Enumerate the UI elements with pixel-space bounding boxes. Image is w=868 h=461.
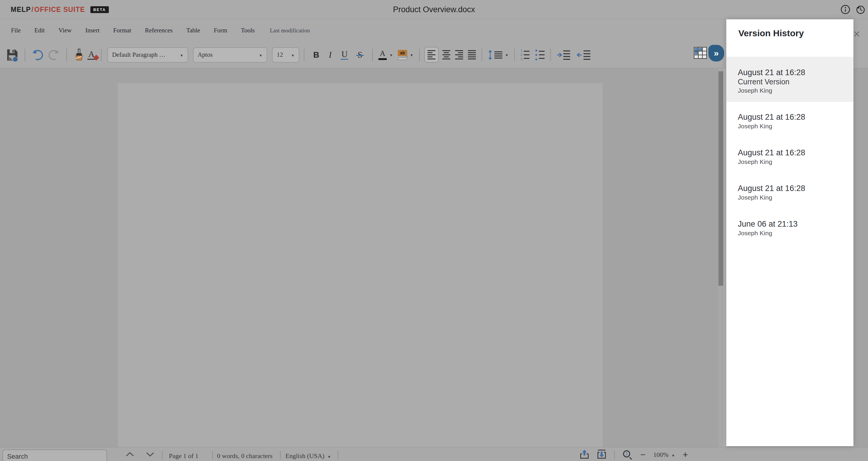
line-spacing-button[interactable] — [487, 48, 510, 62]
separator — [162, 451, 163, 459]
separator — [66, 49, 67, 61]
panel-close-button[interactable]: × — [850, 27, 863, 40]
separator — [338, 451, 338, 459]
highlight-color-button[interactable]: ab — [397, 49, 415, 61]
logo-divider: / — [32, 6, 34, 14]
zoom-out-button[interactable]: − — [640, 450, 646, 459]
separator — [304, 49, 304, 61]
menu-insert[interactable]: Insert — [79, 24, 106, 36]
align-right-button[interactable] — [454, 49, 464, 61]
menu-edit[interactable]: Edit — [28, 24, 52, 36]
separator — [212, 451, 213, 459]
font-name-dropdown[interactable]: Aptos — [193, 47, 267, 63]
next-page-button[interactable] — [597, 449, 607, 460]
numbered-list-icon: 1 2 3 — [521, 48, 523, 61]
chevron-down-icon — [291, 51, 294, 59]
search-previous-button[interactable] — [125, 452, 134, 458]
chevron-down-icon — [259, 51, 262, 59]
version-author: Joseph King — [738, 158, 850, 166]
strikethrough-button[interactable]: S — [352, 49, 368, 60]
redo-icon — [47, 49, 61, 61]
version-date: August 21 at 16:28 — [738, 184, 850, 193]
separator — [550, 49, 551, 61]
logo-melp: MELP — [11, 6, 31, 14]
align-center-button[interactable] — [441, 49, 452, 61]
last-modification-label: Last modification — [261, 27, 310, 34]
current-version-label: Current Version — [738, 77, 850, 86]
zoom-level-selector[interactable]: 100% — [653, 451, 675, 459]
menu-table[interactable]: Table — [180, 24, 207, 36]
panel-title: Version History — [738, 28, 804, 38]
menu-references[interactable]: References — [138, 24, 179, 36]
vertical-scrollbar-thumb[interactable] — [718, 71, 723, 286]
page-indicator: Page 1 of 1 — [169, 452, 198, 460]
beta-badge: BETA — [90, 6, 109, 13]
zoom-to-page-button[interactable]: 1 — [622, 450, 632, 460]
statusbar: Page 1 of 1 0 words, 0 characters Englis… — [0, 447, 868, 461]
search-next-button[interactable] — [146, 452, 155, 458]
font-size-dropdown[interactable]: 12 — [272, 47, 299, 63]
word-count: 0 words, 0 characters — [217, 452, 273, 460]
document-page[interactable] — [117, 83, 603, 447]
version-entry[interactable]: August 21 at 16:28 Joseph King — [726, 137, 854, 173]
toolbar-overflow-button[interactable]: » — [708, 45, 724, 62]
language-selector[interactable]: English (USA) — [285, 452, 331, 460]
separator — [372, 49, 373, 61]
strikethrough-icon: S — [357, 51, 363, 59]
chevron-down-icon — [327, 452, 331, 460]
redo-button[interactable] — [46, 47, 62, 62]
chevron-down-icon — [672, 451, 675, 459]
version-entry[interactable]: June 06 at 21:13 Joseph King — [726, 209, 854, 244]
italic-button[interactable]: I — [324, 49, 337, 60]
paintbrush-icon — [72, 48, 85, 62]
save-button[interactable] — [4, 47, 20, 63]
font-name-value: Aptos — [198, 51, 213, 59]
previous-page-button[interactable] — [580, 449, 589, 460]
version-author: Joseph King — [738, 122, 850, 131]
align-right-icon — [455, 50, 463, 59]
undo-button[interactable] — [30, 47, 46, 62]
titlebar: MELP / OFFICE SUITE BETA Product Overvie… — [0, 0, 868, 19]
separator — [25, 49, 25, 61]
menu-tools[interactable]: Tools — [234, 24, 261, 36]
numbered-list-button[interactable]: 1 2 3 — [519, 47, 531, 62]
separator — [101, 49, 102, 61]
table-icon — [694, 47, 707, 59]
separator — [280, 451, 281, 459]
font-color-button[interactable]: A — [377, 48, 394, 61]
version-history-panel: Version History August 21 at 16:28 Curre… — [726, 19, 854, 446]
bold-icon: B — [313, 50, 319, 60]
increase-indent-icon — [556, 50, 571, 60]
menu-file[interactable]: File — [4, 24, 28, 36]
separator — [514, 49, 515, 61]
version-entry[interactable]: August 21 at 16:28 Joseph King — [726, 173, 854, 209]
insert-table-button[interactable] — [694, 47, 707, 60]
clone-formatting-button[interactable] — [71, 47, 86, 63]
decrease-indent-button[interactable] — [576, 48, 592, 62]
bullet-list-button[interactable] — [534, 48, 546, 62]
justify-button[interactable] — [467, 49, 477, 61]
info-icon[interactable] — [840, 4, 851, 15]
chevron-up-icon — [125, 452, 134, 457]
underline-button[interactable]: U — [337, 49, 352, 61]
align-left-button[interactable] — [424, 47, 439, 63]
clear-formatting-button[interactable]: A — [86, 49, 97, 61]
underline-icon: U — [341, 50, 348, 60]
paragraph-style-dropdown[interactable]: Default Paragraph … — [107, 47, 188, 63]
menu-form[interactable]: Form — [207, 24, 234, 36]
separator — [482, 49, 482, 61]
version-entry-current[interactable]: August 21 at 16:28 Current Version Josep… — [726, 57, 854, 102]
increase-indent-button[interactable] — [555, 48, 572, 62]
search-input[interactable] — [2, 450, 107, 461]
version-author: Joseph King — [738, 229, 850, 238]
chevron-down-icon — [146, 452, 155, 457]
bold-button[interactable]: B — [309, 49, 324, 61]
version-history-icon[interactable] — [855, 4, 866, 15]
menu-view[interactable]: View — [52, 24, 79, 36]
align-center-icon — [442, 50, 451, 59]
undo-icon — [31, 49, 44, 61]
menu-format[interactable]: Format — [106, 24, 138, 36]
version-date: August 21 at 16:28 — [738, 68, 850, 77]
version-entry[interactable]: August 21 at 16:28 Joseph King — [726, 102, 854, 137]
zoom-in-button[interactable]: + — [683, 450, 688, 459]
